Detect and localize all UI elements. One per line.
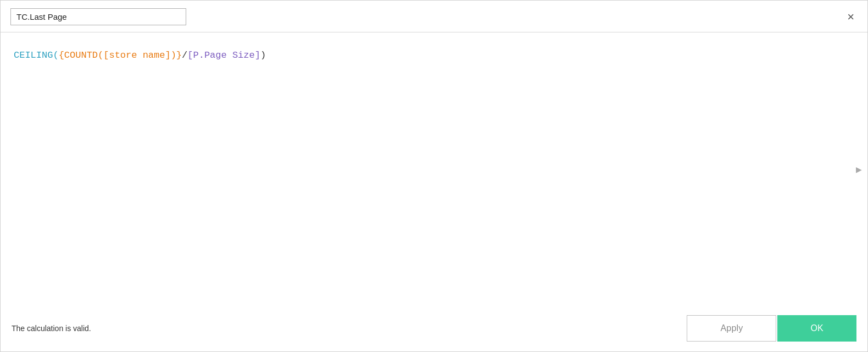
close-button[interactable]: × xyxy=(844,10,858,24)
calculation-name-input[interactable] xyxy=(10,8,186,25)
close-icon: × xyxy=(847,10,854,24)
closing-paren: ) xyxy=(260,50,266,61)
footer-buttons: Apply OK xyxy=(687,315,856,342)
formula-text: CEILING({COUNTD([store name])}/[P.Page S… xyxy=(14,48,854,63)
ceiling-keyword: CEILING( xyxy=(14,50,59,61)
expand-panel-button[interactable]: ▶ xyxy=(856,165,862,174)
lod-open-brace: {COUNTD( xyxy=(59,50,104,61)
dialog-footer: The calculation is valid. Apply OK xyxy=(1,306,867,351)
dialog-header: × xyxy=(1,1,867,32)
validation-message: The calculation is valid. xyxy=(12,324,91,333)
page-size-field: [P.Page Size] xyxy=(187,50,260,61)
ok-button[interactable]: OK xyxy=(777,315,856,342)
calculation-dialog: × CEILING({COUNTD([store name])}/[P.Page… xyxy=(0,0,868,352)
division-operator: / xyxy=(182,50,187,61)
store-name-field: [store name] xyxy=(103,50,170,61)
lod-close-brace: )} xyxy=(171,50,182,61)
apply-button[interactable]: Apply xyxy=(687,315,776,342)
formula-editor[interactable]: CEILING({COUNTD([store name])}/[P.Page S… xyxy=(1,32,867,306)
